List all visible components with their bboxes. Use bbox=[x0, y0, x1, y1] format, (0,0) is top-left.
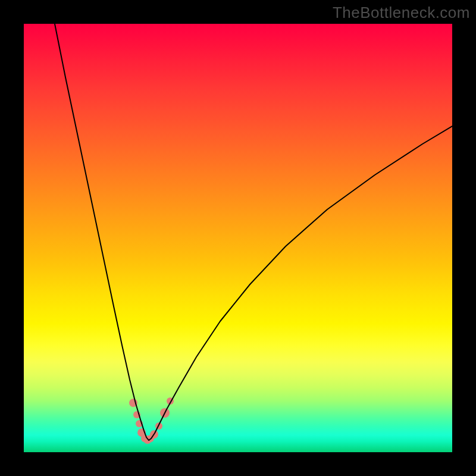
watermark-text: TheBottleneck.com bbox=[333, 4, 470, 22]
curve-layer bbox=[24, 24, 452, 452]
bottleneck-curve bbox=[55, 24, 452, 440]
plot-area bbox=[24, 24, 452, 452]
chart-frame: TheBottleneck.com bbox=[0, 0, 476, 476]
